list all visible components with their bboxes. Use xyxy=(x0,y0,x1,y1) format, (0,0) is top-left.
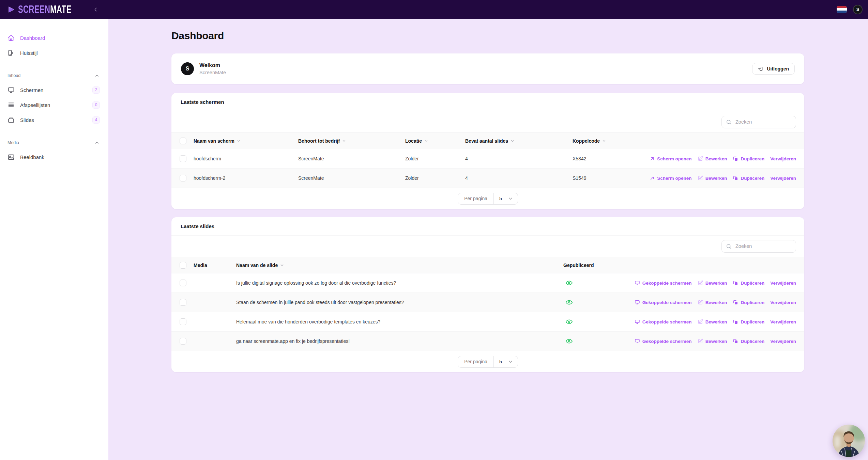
per-page-select[interactable]: Per pagina 5 xyxy=(458,356,518,368)
select-all-checkbox[interactable] xyxy=(180,138,186,144)
select-all-checkbox[interactable] xyxy=(180,262,186,269)
screens-table-header: Naam van scherm Behoort tot bedrijf Loca… xyxy=(171,132,804,149)
column-header: Naam van de slide xyxy=(236,263,278,268)
duplicate-icon xyxy=(733,300,738,305)
user-avatar-button[interactable]: S xyxy=(853,5,863,14)
table-row: hoofdscherm ScreenMate Zolder 4 X5342 Sc… xyxy=(171,149,804,168)
search-input[interactable] xyxy=(735,243,792,249)
top-bar: SCREENMATE S xyxy=(0,0,868,19)
duplicate-link[interactable]: Dupliceren xyxy=(733,156,764,161)
row-checkbox[interactable] xyxy=(180,299,186,306)
duplicate-link[interactable]: Dupliceren xyxy=(733,175,764,181)
sidebar-item-dashboard[interactable]: Dashboard xyxy=(0,30,108,45)
row-checkbox[interactable] xyxy=(180,318,186,325)
monitor-icon xyxy=(635,280,640,286)
slide-name: Helemaal moe van die honderden overbodig… xyxy=(236,319,563,324)
search-input[interactable] xyxy=(735,119,792,125)
delete-link[interactable]: Verwijderen xyxy=(770,156,796,161)
arrow-up-right-icon xyxy=(650,156,655,161)
latest-screens-card: Laatste schermen Naam van scherm Behoort… xyxy=(171,93,804,209)
delete-link[interactable]: Verwijderen xyxy=(770,300,796,305)
linked-screens-link[interactable]: Gekoppelde schermen xyxy=(635,319,692,324)
row-checkbox[interactable] xyxy=(180,175,186,181)
duplicate-icon xyxy=(733,175,738,181)
sidebar-item-label: Afspeellijsten xyxy=(20,102,50,108)
welcome-subtitle: ScreenMate xyxy=(199,70,226,75)
sidebar-item-huisstijl[interactable]: Huisstijl xyxy=(0,45,108,60)
count-badge: 0 xyxy=(92,101,100,109)
sidebar-item-schermen[interactable]: Schermen 2 xyxy=(0,82,108,97)
sidebar-section-inhoud[interactable]: Inhoud xyxy=(0,69,108,82)
screens-table-footer: Per pagina 5 xyxy=(171,188,804,209)
chevron-down-icon[interactable] xyxy=(237,139,241,143)
edit-link[interactable]: Bewerken xyxy=(698,280,727,286)
linked-screens-link[interactable]: Gekoppelde schermen xyxy=(635,338,692,344)
duplicate-link[interactable]: Dupliceren xyxy=(733,319,764,324)
per-page-select[interactable]: Per pagina 5 xyxy=(458,193,518,205)
open-screen-link[interactable]: Scherm openen xyxy=(650,156,691,161)
chevron-down-icon[interactable] xyxy=(280,263,284,267)
main-content: Dashboard S Welkom ScreenMate Uitloggen … xyxy=(108,19,868,460)
linked-screens-link[interactable]: Gekoppelde schermen xyxy=(635,280,692,286)
edit-link[interactable]: Bewerken xyxy=(698,319,727,324)
image-icon xyxy=(7,154,15,161)
brand-logo[interactable]: SCREENMATE xyxy=(7,4,79,14)
slide-name: Is jullie digital signage oplossing ook … xyxy=(236,280,563,286)
sidebar-item-slides[interactable]: Slides 4 xyxy=(0,112,108,127)
logout-button[interactable]: Uitloggen xyxy=(752,63,795,75)
chevron-down-icon[interactable] xyxy=(424,139,428,143)
column-header: Koppelcode xyxy=(573,138,600,144)
play-logo-icon xyxy=(7,6,15,13)
edit-link[interactable]: Bewerken xyxy=(698,175,727,181)
section-label: Media xyxy=(7,140,19,145)
duplicate-link[interactable]: Dupliceren xyxy=(733,338,764,344)
table-row: Is jullie digital signage oplossing ook … xyxy=(171,273,804,292)
row-checkbox[interactable] xyxy=(180,280,186,286)
screens-search xyxy=(721,116,796,128)
count-badge: 2 xyxy=(92,86,100,94)
edit-link[interactable]: Bewerken xyxy=(698,300,727,305)
slides-search xyxy=(721,240,796,253)
edit-icon xyxy=(698,338,703,344)
chevron-down-icon[interactable] xyxy=(342,139,346,143)
edit-icon xyxy=(698,280,703,286)
table-row: Staan de schermen in jullie pand ook ste… xyxy=(171,292,804,312)
language-flag-button[interactable] xyxy=(837,6,847,13)
sidebar-item-afspeellijsten[interactable]: Afspeellijsten 0 xyxy=(0,97,108,112)
per-page-label: Per pagina xyxy=(458,356,494,367)
delete-link[interactable]: Verwijderen xyxy=(770,176,796,181)
row-checkbox[interactable] xyxy=(180,338,186,345)
linked-screens-link[interactable]: Gekoppelde schermen xyxy=(635,300,692,305)
sidebar-collapse-button[interactable] xyxy=(91,4,101,15)
delete-link[interactable]: Verwijderen xyxy=(770,319,796,324)
sidebar-section-media[interactable]: Media xyxy=(0,136,108,149)
monitor-icon xyxy=(635,338,640,344)
sidebar-item-beeldbank[interactable]: Beeldbank xyxy=(0,149,108,164)
count-badge: 4 xyxy=(92,116,100,124)
duplicate-icon xyxy=(733,156,738,161)
chevron-left-icon xyxy=(93,7,98,12)
column-header: Behoort tot bedrijf xyxy=(298,138,340,144)
open-screen-link[interactable]: Scherm openen xyxy=(650,176,691,181)
chevron-down-icon[interactable] xyxy=(510,139,515,143)
slides-table-footer: Per pagina 5 xyxy=(171,351,804,372)
welcome-card: S Welkom ScreenMate Uitloggen xyxy=(171,53,804,84)
chevron-down-icon[interactable] xyxy=(602,139,606,143)
edit-link[interactable]: Bewerken xyxy=(698,156,727,161)
duplicate-link[interactable]: Dupliceren xyxy=(733,300,764,305)
screen-code: X5342 xyxy=(573,156,650,161)
delete-link[interactable]: Verwijderen xyxy=(770,281,796,286)
sidebar-item-label: Huisstijl xyxy=(20,50,38,56)
presenter-photo xyxy=(833,425,865,457)
row-actions: Gekoppelde schermen Bewerken Dupliceren … xyxy=(635,338,796,344)
webcam-overlay[interactable] xyxy=(833,425,865,457)
latest-slides-card: Laatste slides Media Naam van de slide G… xyxy=(171,217,804,372)
screen-location: Zolder xyxy=(405,175,465,181)
delete-link[interactable]: Verwijderen xyxy=(770,339,796,344)
edit-link[interactable]: Bewerken xyxy=(698,338,727,344)
row-actions: Gekoppelde schermen Bewerken Dupliceren … xyxy=(635,319,796,324)
duplicate-link[interactable]: Dupliceren xyxy=(733,280,764,286)
row-checkbox[interactable] xyxy=(180,155,186,162)
monitor-icon xyxy=(635,319,640,324)
section-title: Laatste slides xyxy=(171,217,804,236)
